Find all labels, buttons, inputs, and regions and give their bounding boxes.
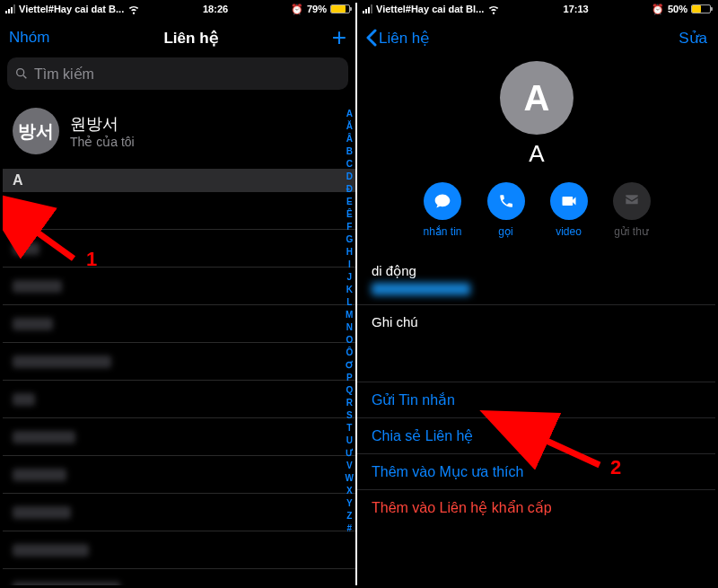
- alarm-icon: ⏰: [652, 4, 664, 15]
- index-letter[interactable]: O: [346, 334, 354, 347]
- index-letter[interactable]: U: [346, 434, 354, 447]
- index-letter[interactable]: N: [346, 321, 354, 334]
- add-emergency-link[interactable]: Thêm vào Liên hệ khẩn cấp: [357, 489, 716, 525]
- back-button[interactable]: Liên hệ: [366, 29, 429, 48]
- index-letter[interactable]: #: [346, 522, 354, 535]
- clock: 17:13: [564, 4, 589, 14]
- search-input[interactable]: Tìm kiếm: [7, 57, 348, 90]
- index-letter[interactable]: C: [346, 158, 354, 171]
- index-letter[interactable]: M: [346, 309, 354, 321]
- video-icon: [550, 182, 588, 220]
- index-letter[interactable]: F: [346, 221, 354, 233]
- alarm-icon: ⏰: [291, 4, 303, 15]
- send-message-link[interactable]: Gửi Tin nhắn: [357, 382, 716, 417]
- contacts-list-screen: Viettel#Hay cai dat B... 18:26 ⏰ 79% ⚡︎ …: [0, 0, 357, 588]
- mail-button: gửi thư: [613, 182, 651, 238]
- mail-icon: [613, 182, 651, 220]
- contact-row[interactable]: [0, 268, 355, 305]
- action-buttons: nhắn tin gọi video gửi thư: [357, 182, 716, 238]
- nav-bar: Nhóm Liên hệ +: [0, 18, 355, 57]
- contact-row[interactable]: [0, 494, 355, 531]
- call-button[interactable]: gọi: [487, 182, 525, 238]
- field-label: di động: [372, 263, 702, 279]
- video-button[interactable]: video: [550, 182, 588, 238]
- svg-point-0: [17, 69, 24, 76]
- contact-row[interactable]: [0, 418, 355, 456]
- message-icon: [424, 182, 461, 220]
- index-letter[interactable]: L: [346, 296, 354, 309]
- contact-row[interactable]: [0, 305, 355, 343]
- status-bar: Viettel#Hay cai dat Bl... 17:13 ⏰ 50% ⚡︎: [357, 0, 716, 18]
- edit-button[interactable]: Sửa: [679, 29, 707, 48]
- battery-percent: 50%: [668, 4, 687, 14]
- wifi-icon: [487, 3, 500, 15]
- contact-row[interactable]: A: [0, 192, 355, 230]
- clock: 18:26: [203, 4, 228, 14]
- index-letter[interactable]: X: [346, 485, 354, 497]
- notes-field[interactable]: Ghi chú: [357, 304, 716, 355]
- phone-field[interactable]: di động: [357, 254, 716, 304]
- contact-detail-screen: Viettel#Hay cai dat Bl... 17:13 ⏰ 50% ⚡︎…: [357, 0, 716, 588]
- add-favorite-link[interactable]: Thêm vào Mục ưa thích: [357, 453, 716, 489]
- field-label: Ghi chú: [372, 314, 702, 329]
- index-letter[interactable]: Ă: [346, 120, 354, 133]
- index-letter[interactable]: T: [346, 422, 354, 434]
- contact-row[interactable]: [0, 381, 355, 418]
- section-header-a: A: [0, 169, 355, 192]
- index-letter[interactable]: Ư: [346, 447, 354, 460]
- index-letter[interactable]: J: [346, 271, 354, 284]
- carrier-label: Viettel#Hay cai dat B...: [19, 4, 124, 14]
- contact-name: A: [357, 140, 716, 168]
- phone-icon: [487, 182, 525, 220]
- index-letter[interactable]: S: [346, 409, 354, 422]
- chevron-left-icon: [366, 29, 377, 47]
- contact-row[interactable]: [0, 456, 355, 494]
- index-letter[interactable]: D: [346, 171, 354, 183]
- index-letter[interactable]: Ê: [346, 208, 354, 221]
- carrier-label: Viettel#Hay cai dat Bl...: [376, 4, 484, 14]
- svg-line-1: [23, 75, 26, 78]
- search-icon: [14, 66, 29, 81]
- index-letter[interactable]: V: [346, 460, 354, 472]
- nav-bar: Liên hệ Sửa: [357, 18, 716, 57]
- index-letter[interactable]: E: [346, 196, 354, 208]
- alpha-index[interactable]: AĂÂBCDĐEÊFGHIJKLMNOÔƠPQRSTUƯVWXYZ#: [346, 108, 354, 535]
- phone-number-blurred: [372, 283, 470, 295]
- contact-row[interactable]: [0, 343, 355, 381]
- groups-button[interactable]: Nhóm: [9, 29, 49, 47]
- index-letter[interactable]: I: [346, 259, 354, 271]
- battery-icon: ⚡︎: [691, 4, 711, 13]
- avatar: 방서: [13, 108, 59, 154]
- index-letter[interactable]: R: [346, 397, 354, 409]
- cellular-signal-icon: [363, 4, 372, 13]
- page-title: Liên hệ: [163, 29, 217, 48]
- index-letter[interactable]: Y: [346, 497, 354, 510]
- index-letter[interactable]: W: [346, 472, 354, 485]
- status-bar: Viettel#Hay cai dat B... 18:26 ⏰ 79% ⚡︎: [0, 0, 355, 18]
- index-letter[interactable]: P: [346, 372, 354, 384]
- contact-avatar: A: [500, 61, 574, 135]
- wifi-icon: [127, 3, 140, 15]
- index-letter[interactable]: G: [346, 233, 354, 246]
- contact-row[interactable]: [0, 230, 355, 268]
- index-letter[interactable]: Đ: [346, 183, 354, 196]
- contact-row[interactable]: [0, 569, 355, 588]
- index-letter[interactable]: H: [346, 246, 354, 259]
- share-contact-link[interactable]: Chia sẻ Liên hệ: [357, 417, 716, 453]
- my-card[interactable]: 방서 원방서 Thẻ của tôi: [0, 99, 355, 163]
- index-letter[interactable]: K: [346, 284, 354, 296]
- index-letter[interactable]: Z: [346, 510, 354, 522]
- message-button[interactable]: nhắn tin: [423, 182, 461, 238]
- index-letter[interactable]: A: [346, 108, 354, 120]
- cellular-signal-icon: [5, 4, 15, 13]
- my-card-sub: Thẻ của tôi: [70, 135, 135, 149]
- index-letter[interactable]: Q: [346, 384, 354, 397]
- contact-name: A: [13, 202, 22, 220]
- index-letter[interactable]: Ô: [346, 347, 354, 359]
- index-letter[interactable]: Ơ: [346, 359, 354, 372]
- my-card-name: 원방서: [70, 113, 135, 135]
- contact-row[interactable]: [0, 531, 355, 569]
- index-letter[interactable]: B: [346, 145, 354, 158]
- search-placeholder: Tìm kiếm: [34, 66, 94, 83]
- index-letter[interactable]: Â: [346, 133, 354, 145]
